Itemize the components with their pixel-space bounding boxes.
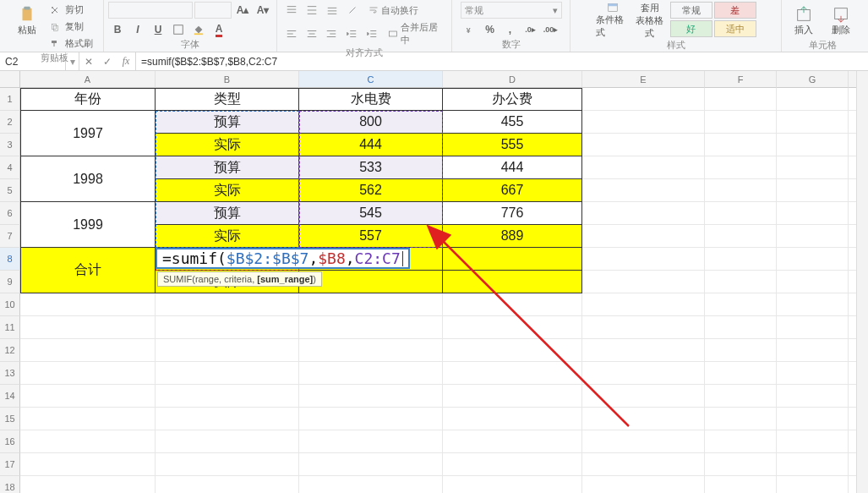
cell-C13[interactable]: [299, 362, 443, 385]
cell-G18[interactable]: [777, 476, 849, 493]
decrease-font-button[interactable]: A▾: [254, 2, 272, 19]
increase-indent-button[interactable]: [363, 25, 381, 42]
cell-D13[interactable]: [443, 362, 582, 385]
cell-G5[interactable]: [777, 179, 849, 202]
cell-A15[interactable]: [20, 408, 156, 430]
spreadsheet-grid[interactable]: ABCDEFGH 123456789101112131415161718 年份类…: [0, 71, 868, 493]
cell-G17[interactable]: [777, 453, 849, 476]
cell-C2[interactable]: 800: [299, 111, 443, 134]
cell-B13[interactable]: [156, 362, 299, 385]
cell-D18[interactable]: [443, 476, 582, 493]
select-all-corner[interactable]: [0, 71, 20, 88]
cell-C18[interactable]: [299, 476, 443, 493]
column-header-C[interactable]: C: [299, 71, 443, 88]
cell-G8[interactable]: [777, 248, 849, 271]
insert-cells-button[interactable]: 插入: [787, 2, 821, 39]
wrap-text-button[interactable]: 自动换行: [368, 4, 418, 17]
cell-F18[interactable]: [705, 476, 777, 493]
cell-D10[interactable]: [443, 293, 582, 316]
cell-E13[interactable]: [582, 362, 705, 385]
insert-function-button[interactable]: fx: [117, 55, 135, 68]
cell-D7[interactable]: 889: [443, 225, 582, 248]
cell-C11[interactable]: [299, 316, 443, 339]
cell-D6[interactable]: 776: [443, 202, 582, 225]
percent-button[interactable]: %: [481, 21, 500, 38]
delete-cells-button[interactable]: 删除: [824, 2, 858, 39]
cell-B16[interactable]: [156, 430, 299, 453]
cell-G10[interactable]: [777, 293, 849, 316]
style-bad[interactable]: 差: [714, 2, 756, 19]
conditional-format-button[interactable]: 条件格式: [596, 2, 630, 39]
cell-D1[interactable]: 办公费: [443, 88, 582, 111]
cell-C14[interactable]: [299, 385, 443, 408]
cell-G6[interactable]: [777, 202, 849, 225]
row-header-3[interactable]: 3: [0, 134, 20, 156]
cell-C6[interactable]: 545: [299, 202, 443, 225]
row-header-16[interactable]: 16: [0, 430, 20, 453]
cell-A17[interactable]: [20, 453, 156, 476]
cell-E10[interactable]: [582, 293, 705, 316]
vertical-scrollbar[interactable]: [856, 71, 868, 493]
align-bottom-button[interactable]: [323, 2, 341, 19]
merge-center-button[interactable]: 合并后居中: [388, 21, 446, 47]
cell-E7[interactable]: [582, 225, 705, 248]
cell-F16[interactable]: [705, 430, 777, 453]
cell-B14[interactable]: [156, 385, 299, 408]
cell-C3[interactable]: 444: [299, 134, 443, 156]
formula-input[interactable]: =sumif($B$2:$B$7,$B8,C2:C7: [136, 52, 868, 70]
cell-G9[interactable]: [777, 271, 849, 293]
cell-A4[interactable]: 1998: [20, 156, 156, 202]
cell-D17[interactable]: [443, 453, 582, 476]
cell-D12[interactable]: [443, 339, 582, 362]
cell-E4[interactable]: [582, 156, 705, 179]
cell-A18[interactable]: [20, 476, 156, 493]
cell-C12[interactable]: [299, 339, 443, 362]
cell-G14[interactable]: [777, 385, 849, 408]
cell-C5[interactable]: 562: [299, 179, 443, 202]
row-header-1[interactable]: 1: [0, 88, 20, 111]
cell-E2[interactable]: [582, 111, 705, 134]
decrease-decimal-button[interactable]: .00▸: [542, 21, 560, 38]
align-center-button[interactable]: [303, 25, 321, 42]
row-header-7[interactable]: 7: [0, 225, 20, 248]
cell-C16[interactable]: [299, 430, 443, 453]
cell-A2[interactable]: 1997: [20, 111, 156, 156]
increase-decimal-button[interactable]: .0▸: [521, 21, 540, 38]
cell-A6[interactable]: 1999: [20, 202, 156, 248]
cell-F8[interactable]: [705, 248, 777, 271]
cell-D16[interactable]: [443, 430, 582, 453]
cell-A13[interactable]: [20, 362, 156, 385]
cell-D8[interactable]: [443, 248, 582, 271]
row-header-8[interactable]: 8: [0, 248, 20, 271]
cell-C1[interactable]: 水电费: [299, 88, 443, 111]
row-header-17[interactable]: 17: [0, 453, 20, 476]
format-painter-button[interactable]: 格式刷: [47, 36, 98, 52]
cell-D11[interactable]: [443, 316, 582, 339]
cell-F17[interactable]: [705, 453, 777, 476]
cell-B10[interactable]: [156, 293, 299, 316]
row-header-10[interactable]: 10: [0, 293, 20, 316]
cell-F9[interactable]: [705, 271, 777, 293]
cell-A10[interactable]: [20, 293, 156, 316]
cell-B18[interactable]: [156, 476, 299, 493]
cell-B7[interactable]: 实际: [156, 225, 299, 248]
cell-G16[interactable]: [777, 430, 849, 453]
cell-E14[interactable]: [582, 385, 705, 408]
row-header-14[interactable]: 14: [0, 385, 20, 408]
column-header-G[interactable]: G: [777, 71, 849, 88]
cell-F3[interactable]: [705, 134, 777, 156]
cell-D3[interactable]: 555: [443, 134, 582, 156]
cell-B6[interactable]: 预算: [156, 202, 299, 225]
column-header-D[interactable]: D: [443, 71, 582, 88]
column-header-F[interactable]: F: [705, 71, 777, 88]
cell-E17[interactable]: [582, 453, 705, 476]
cell-A16[interactable]: [20, 430, 156, 453]
cell-F4[interactable]: [705, 156, 777, 179]
cell-G7[interactable]: [777, 225, 849, 248]
cell-E16[interactable]: [582, 430, 705, 453]
cell-C10[interactable]: [299, 293, 443, 316]
border-button[interactable]: [169, 21, 188, 38]
cell-E18[interactable]: [582, 476, 705, 493]
align-middle-button[interactable]: [303, 2, 321, 19]
cell-D14[interactable]: [443, 385, 582, 408]
